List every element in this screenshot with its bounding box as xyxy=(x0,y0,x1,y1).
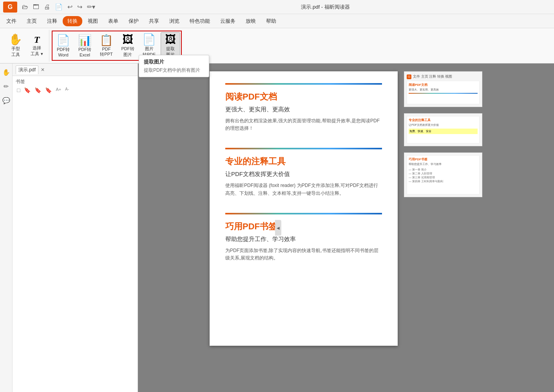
thumb2-highlight: 免费、快速、安全 xyxy=(409,129,478,134)
section1-subtitle: 更强大、更实用、更高效 xyxy=(225,106,382,113)
bm-btn-4[interactable]: 🔖 xyxy=(44,87,53,94)
tooltip-description: 提取PDF文档中的所有图片 xyxy=(144,67,204,74)
thumb1-tabs: 文件 主页 注释 转换 视图 xyxy=(413,74,452,79)
tooltip-title: 提取图片 xyxy=(144,58,204,65)
main-area: ✋ ✏ 💬 演示.pdf ✕ 书签 □ 🔖 🔖 🔖 A+ A- ◀ xyxy=(0,64,554,392)
pdf-page: 阅读PDF文档 更强大、更实用、更高效 拥有出色的文档渲染效果,强大的页面管理功… xyxy=(210,71,398,346)
section-divider-1 xyxy=(225,83,382,85)
menu-slideshow[interactable]: 放映 xyxy=(241,16,261,26)
menu-browse[interactable]: 浏览 xyxy=(165,16,184,26)
menu-home[interactable]: 主页 xyxy=(22,16,42,26)
pdf-excel-icon: 📊 xyxy=(78,35,92,46)
thumbnail-1: G 文件 主页 注释 转换 视图 阅读PDF文档 更强大、更实用、更高效 xyxy=(404,71,482,107)
file-tab-name[interactable]: 演示.pdf xyxy=(16,65,38,74)
sidebar-tools: ✋ ✏ 💬 xyxy=(0,64,13,392)
cursor-icon: T xyxy=(34,35,40,44)
bm-btn-fontsize-down[interactable]: A- xyxy=(64,87,70,94)
bm-btn-1[interactable]: □ xyxy=(16,87,21,94)
pdf-to-excel-label: PDF转Excel xyxy=(78,47,91,57)
app-logo: G xyxy=(3,2,17,13)
menu-cloud[interactable]: 云服务 xyxy=(215,16,240,26)
bm-btn-2[interactable]: 🔖 xyxy=(23,87,32,94)
menu-help[interactable]: 帮助 xyxy=(261,16,281,26)
pdf-section-1: 阅读PDF文档 更强大、更实用、更高效 拥有出色的文档渲染效果,强大的页面管理功… xyxy=(225,91,382,132)
pdf-img-icon: 🖼 xyxy=(122,34,133,45)
file-tab: 演示.pdf ✕ xyxy=(13,64,138,76)
pdf-to-excel-button[interactable]: 📊 PDF转Excel xyxy=(75,32,95,60)
pdf-ppt-icon: 📋 xyxy=(100,35,113,46)
menu-view[interactable]: 视图 xyxy=(83,16,103,26)
pdf-to-ppt-label: PDF转PPT xyxy=(100,47,112,57)
sidebar-annotate-tool[interactable]: ✏ xyxy=(1,81,12,92)
sidebar-panel: 演示.pdf ✕ 书签 □ 🔖 🔖 🔖 A+ A- xyxy=(13,64,138,392)
thumb3-bookmarks: — 第一章 简介 — 第二章 入职管理 — 第三章 试用期管理 — 第四章 工时… xyxy=(409,168,478,183)
section3-text: 为PDF页面添加书签,除了实现内容的快速导航,书签还能指明不同书签的层级关系,展… xyxy=(225,247,382,262)
bm-btn-fontsize-up[interactable]: A+ xyxy=(54,87,62,94)
pdf-thumbnails: G 文件 主页 注释 转换 视图 阅读PDF文档 更强大、更实用、更高效 专业的… xyxy=(404,71,482,197)
bm-btn-3[interactable]: 🔖 xyxy=(33,87,42,94)
thumb3-content: 巧用PDF书签 帮助您提升工作、学习效率 — 第一章 简介 — 第二章 入职管理… xyxy=(407,155,480,194)
menu-convert[interactable]: 转换 xyxy=(63,16,82,26)
hand-tool-label: 手型工具 xyxy=(11,46,20,58)
pdf-word-icon: 📄 xyxy=(56,35,70,46)
window-title: 演示.pdf - 福昕阅读器 xyxy=(100,4,551,11)
extract-img-icon: 🖼 xyxy=(165,34,176,45)
menu-features[interactable]: 特色功能 xyxy=(185,16,215,26)
thumb2-title: 专业的注释工具 xyxy=(409,118,478,122)
menu-annotate[interactable]: 注释 xyxy=(42,16,62,26)
open-icon[interactable]: 🗁 xyxy=(20,3,30,11)
pdf-to-ppt-button[interactable]: 📋 PDF转PPT xyxy=(96,32,116,60)
select-tool-button[interactable]: T 选择工具 ▾ xyxy=(27,32,47,60)
collapse-sidebar-button[interactable]: ◀ xyxy=(275,220,281,236)
menu-share[interactable]: 共享 xyxy=(144,16,164,26)
print-icon[interactable]: 🖨 xyxy=(42,3,52,11)
thumb1-text: 更强大、更实用、更高效 xyxy=(409,88,478,92)
section-divider-3 xyxy=(225,213,382,214)
redo-icon[interactable]: ↪ xyxy=(76,2,84,11)
pdf-section-3: 巧用PDF书签 帮助您提升工作、学习效率 为PDF页面添加书签,除了实现内容的快… xyxy=(225,221,382,262)
titlebar-toolbar: 🗁 🗔 🖨 📄 ↩ ↪ ✏▾ xyxy=(20,2,97,11)
thumb1-logo: G xyxy=(407,74,411,79)
select-tool-label: 选择工具 ▾ xyxy=(31,45,43,57)
section-divider-2 xyxy=(225,148,382,149)
pdf-to-word-label: PDF转Word xyxy=(57,47,70,57)
undo-icon[interactable]: ↩ xyxy=(66,2,74,11)
section2-subtitle: 让PDF文档发挥更大价值 xyxy=(225,171,382,178)
section3-title: 巧用PDF书签 xyxy=(225,221,382,232)
menu-file[interactable]: 文件 xyxy=(2,16,21,26)
img-pdf-icon: 📄 xyxy=(142,34,156,45)
section1-title: 阅读PDF文档 xyxy=(225,91,382,103)
file-tab-close[interactable]: ✕ xyxy=(40,67,45,73)
hand-icon: ✋ xyxy=(9,34,22,45)
thumbnail-3: 巧用PDF书签 帮助您提升工作、学习效率 — 第一章 简介 — 第二章 入职管理… xyxy=(404,152,482,197)
tooltip-popup: 提取图片 提取PDF文档中的所有图片 xyxy=(139,55,209,77)
sidebar-comment-tool[interactable]: 💬 xyxy=(1,95,12,106)
doc-icon[interactable]: 📄 xyxy=(53,2,64,11)
titlebar: G 🗁 🗔 🖨 📄 ↩ ↪ ✏▾ 演示.pdf - 福昕阅读器 xyxy=(0,0,554,14)
hand-tool-button[interactable]: ✋ 手型工具 xyxy=(5,32,25,60)
right-panel: ◀ 阅读PDF文档 更强大、更实用、更高效 拥有出色的文档渲染效果,强大的页面管… xyxy=(138,64,554,392)
thumbnail-2: 专业的注释工具 让PDF文档发挥更大价值 免费、快速、安全 xyxy=(404,113,482,146)
pdf-viewing-area: 阅读PDF文档 更强大、更实用、更高效 拥有出色的文档渲染效果,强大的页面管理功… xyxy=(138,64,554,392)
menu-form[interactable]: 表单 xyxy=(103,16,123,26)
section2-title: 专业的注释工具 xyxy=(225,156,382,167)
ribbon: ✋ 手型工具 T 选择工具 ▾ 📄 PDF转Word 📊 PDF转Excel 📋… xyxy=(0,28,554,64)
pdf-to-image-button[interactable]: 🖼 PDF转图片 xyxy=(118,32,138,60)
menu-protect[interactable]: 保护 xyxy=(124,16,143,26)
bookmarks-panel: 书签 □ 🔖 🔖 🔖 A+ A- xyxy=(13,76,138,392)
section2-text: 使用福昕PDF阅读器 (foxit reader) 为PDF文件添加注释,可对P… xyxy=(225,182,382,197)
thumb2-content: 专业的注释工具 让PDF文档发挥更大价值 免费、快速、安全 xyxy=(407,116,480,143)
pdf-to-image-label: PDF转图片 xyxy=(121,46,134,58)
ribbon-convert-section: 📄 PDF转Word 📊 PDF转Excel 📋 PDF转PPT 🖼 PDF转图… xyxy=(52,31,182,61)
window-icon[interactable]: 🗔 xyxy=(31,3,41,11)
thumb3-title: 巧用PDF书签 xyxy=(409,157,478,162)
ribbon-group-tools: ✋ 手型工具 T 选择工具 ▾ xyxy=(3,30,49,62)
section3-subtitle: 帮助您提升工作、学习效率 xyxy=(225,236,382,243)
section1-text: 拥有出色的文档渲染效果,强大的页面管理功能,帮助提升效率,是您阅读PDF的理想选… xyxy=(225,117,382,132)
pdf-section-2: 专业的注释工具 让PDF文档发挥更大价值 使用福昕PDF阅读器 (foxit r… xyxy=(225,156,382,197)
sidebar-hand-tool[interactable]: ✋ xyxy=(1,67,12,78)
bookmarks-toolbar: □ 🔖 🔖 🔖 A+ A- xyxy=(16,87,134,94)
pdf-to-word-button[interactable]: 📄 PDF转Word xyxy=(53,32,73,60)
thumb3-subtitle: 帮助您提升工作、学习效率 xyxy=(409,162,478,166)
quick-access-icon[interactable]: ✏▾ xyxy=(85,2,97,11)
